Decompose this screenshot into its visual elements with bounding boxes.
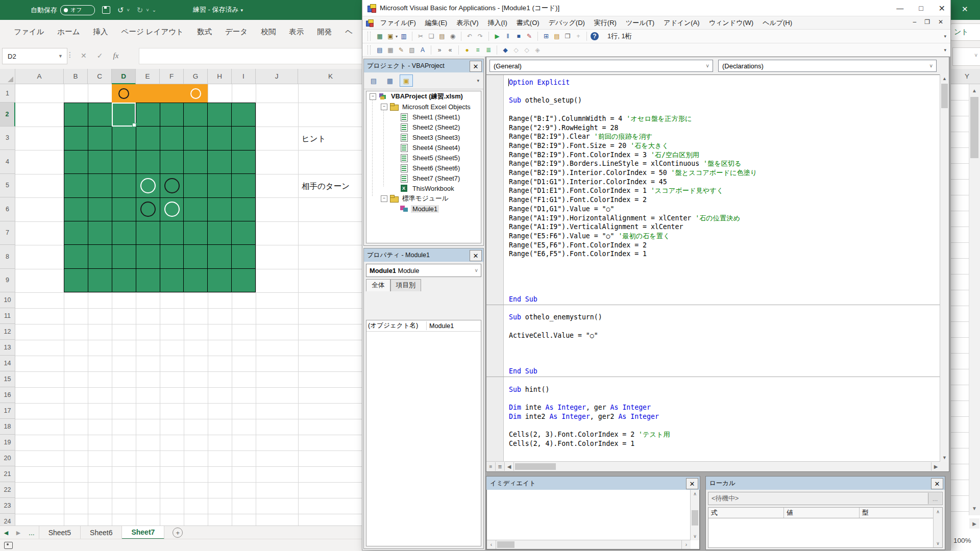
code-line-3[interactable]: Sub othelo_setup() xyxy=(509,96,582,105)
row-header-24[interactable]: 24 xyxy=(0,514,15,525)
help-icon[interactable]: ? xyxy=(591,32,599,40)
code-horizontal-scrollbar[interactable]: ≡ ≣ ◀ ▶ xyxy=(486,461,940,471)
uncomment-block-icon[interactable]: ≣ xyxy=(484,45,493,55)
menu-アドイン(A)[interactable]: アドイン(A) xyxy=(659,16,704,29)
bookmark-toggle-icon[interactable]: ◆ xyxy=(501,45,510,55)
complete-word-icon[interactable]: A xyxy=(418,45,427,55)
immediate-close-icon[interactable]: ✕ xyxy=(686,478,698,489)
board-cell[interactable] xyxy=(208,245,231,268)
properties-panel-title[interactable]: プロパティ - Module1 ✕ xyxy=(364,248,483,262)
undo-icon[interactable]: ↶ xyxy=(465,32,474,41)
board-cell[interactable] xyxy=(160,103,184,126)
board-cell[interactable] xyxy=(184,174,207,197)
board-cell[interactable] xyxy=(88,221,112,244)
board-cell[interactable] xyxy=(232,127,255,149)
board-cell[interactable] xyxy=(160,151,184,173)
board-cell[interactable] xyxy=(184,151,207,173)
board-cell[interactable] xyxy=(88,151,112,173)
row-header-6[interactable]: 6 xyxy=(0,197,15,221)
menu-デバッグ(D)[interactable]: デバッグ(D) xyxy=(544,16,590,29)
ribbon-tab-ホーム[interactable]: ホーム xyxy=(51,20,86,43)
code-line-5[interactable]: Range("B:I").ColumnWidth = 4 'オセロ盤を正方形に xyxy=(509,114,692,123)
board-cell[interactable] xyxy=(184,103,207,126)
board-cell[interactable] xyxy=(136,245,160,268)
column-header-I[interactable]: I xyxy=(232,69,256,84)
row-header-7[interactable]: 7 xyxy=(0,221,15,245)
code-line-8[interactable]: Range("B2:I9").Font.Size = 20 '石を大きく xyxy=(509,141,669,151)
break-icon[interactable]: ‖ xyxy=(503,32,512,41)
worksheet-grid[interactable]: ABCDEFGHIJK12345678910111213141516171819… xyxy=(0,69,362,525)
tree-item-MicrosoftExcelObjects[interactable]: −Microsoft Excel Objects xyxy=(366,102,481,112)
menu-実行(R)[interactable]: 実行(R) xyxy=(590,16,621,29)
row-header-17[interactable]: 17 xyxy=(0,403,15,419)
stone-E6[interactable] xyxy=(140,202,156,217)
ribbon-tab-挿入[interactable]: 挿入 xyxy=(87,20,115,43)
column-header-K[interactable]: K xyxy=(298,69,362,84)
indent-icon[interactable]: » xyxy=(435,45,444,55)
board-cell[interactable] xyxy=(184,269,207,292)
code-line-11[interactable]: Range("B2:I9").Interior.ColorIndex = 50 … xyxy=(509,168,757,178)
autosave-toggle[interactable]: オフ xyxy=(60,5,95,15)
board-cell[interactable] xyxy=(112,269,136,292)
board-cell[interactable] xyxy=(64,174,88,197)
code-scroll-left-icon[interactable]: ◀ xyxy=(505,462,514,471)
undo-caret-icon[interactable]: ˅ xyxy=(127,8,130,13)
code-line-15[interactable]: Range("D1,G1").Value = "○" xyxy=(509,205,614,214)
bookmark-prev-icon[interactable]: ◇ xyxy=(522,45,531,55)
column-header-G[interactable]: G xyxy=(184,69,208,84)
locals-more-button[interactable]: ... xyxy=(928,493,942,504)
add-sheet-button[interactable]: + xyxy=(173,526,183,539)
sheet-tab-Sheet6[interactable]: Sheet6 xyxy=(81,526,122,539)
locals-column-式[interactable]: 式 xyxy=(708,508,784,518)
row-header-20[interactable]: 20 xyxy=(0,450,15,466)
board-cell[interactable] xyxy=(184,245,207,268)
stone-F6[interactable] xyxy=(164,202,180,217)
copy-icon[interactable]: ❏ xyxy=(427,32,436,41)
board-cell[interactable] xyxy=(136,127,160,149)
row-header-18[interactable]: 18 xyxy=(0,419,15,435)
view-code-icon[interactable]: ▤ xyxy=(367,74,380,87)
othello-board[interactable] xyxy=(64,103,256,292)
board-cell[interactable] xyxy=(184,198,207,221)
sheet-nav-left-icon[interactable]: ◀ xyxy=(0,526,12,539)
scroll-up-icon[interactable]: ▲ xyxy=(969,85,979,95)
column-header-F[interactable]: F xyxy=(160,69,184,84)
menu-ヘルプ(H)[interactable]: ヘルプ(H) xyxy=(758,16,797,29)
list-constants-icon[interactable]: ▦ xyxy=(386,45,395,55)
cut-icon[interactable]: ✂ xyxy=(416,32,425,41)
toolbox-icon[interactable]: + xyxy=(574,32,583,41)
procedure-view-icon[interactable]: ≡ xyxy=(486,462,496,471)
board-cell[interactable] xyxy=(88,245,112,268)
code-line-25[interactable]: End Sub xyxy=(509,295,537,304)
code-line-35[interactable]: Sub hint() xyxy=(509,385,549,394)
board-cell[interactable] xyxy=(64,245,88,268)
menu-挿入(I)[interactable]: 挿入(I) xyxy=(483,16,512,29)
object-dropdown[interactable]: (General)˅ xyxy=(489,60,713,72)
board-cell[interactable] xyxy=(112,174,136,197)
menu-編集(E)[interactable]: 編集(E) xyxy=(421,16,452,29)
code-line-10[interactable]: Range("B2:I9").Borders.LineStyle = xlCon… xyxy=(509,159,742,168)
ribbon-tab-ページ レイアウト[interactable]: ページ レイアウト xyxy=(115,20,190,43)
board-cell[interactable] xyxy=(64,269,88,292)
board-cell[interactable] xyxy=(160,127,184,149)
sheet-tab-Sheet7[interactable]: Sheet7 xyxy=(122,526,164,539)
board-cell[interactable] xyxy=(232,151,255,173)
full-module-view-icon[interactable]: ≣ xyxy=(496,462,505,471)
customize-qat-icon[interactable]: ⌄ xyxy=(152,7,156,13)
row-header-9[interactable]: 9 xyxy=(0,269,15,293)
row-header-4[interactable]: 4 xyxy=(0,150,15,174)
immediate-title[interactable]: イミディエイト ✕ xyxy=(486,477,700,490)
formula-collapse-box[interactable]: ˅ xyxy=(952,47,980,66)
board-cell[interactable] xyxy=(88,127,112,149)
code-scroll-right-icon[interactable]: ▶ xyxy=(931,462,940,471)
expander-icon[interactable]: − xyxy=(381,104,387,110)
board-cell[interactable] xyxy=(64,221,88,244)
reset-icon[interactable]: ■ xyxy=(514,32,523,41)
fill-handle[interactable] xyxy=(132,123,136,127)
sheet-nav-right-icon[interactable]: ▶ xyxy=(12,526,24,539)
stone-E5[interactable] xyxy=(140,178,156,193)
board-cell[interactable] xyxy=(208,103,231,126)
board-cell[interactable] xyxy=(112,127,136,149)
board-cell[interactable] xyxy=(160,221,184,244)
ribbon-tab-ヘ[interactable]: ヘ xyxy=(338,20,359,43)
